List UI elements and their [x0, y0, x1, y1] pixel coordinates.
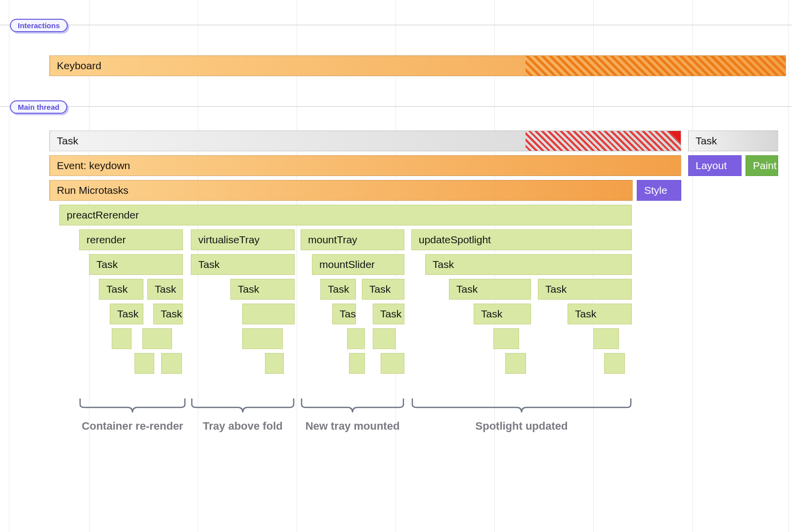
- main-thread-ruler: [0, 106, 792, 107]
- gridline: [692, 0, 693, 532]
- flame-bar[interactable]: [349, 353, 365, 374]
- flame-bar-label: Task: [456, 283, 478, 295]
- long-task-warning-icon: [669, 131, 681, 143]
- interaction-hatch: [526, 56, 786, 76]
- annotation-bracket: [191, 398, 295, 415]
- flame-bar[interactable]: Style: [637, 180, 681, 201]
- flame-bar-label: mountTray: [308, 234, 357, 246]
- flame-bar-label: virtualiseTray: [198, 234, 260, 246]
- flame-bar[interactable]: Task: [449, 279, 531, 300]
- flame-bar[interactable]: [161, 353, 182, 374]
- flame-bar[interactable]: Task: [362, 279, 404, 300]
- flame-bar-label: Task: [161, 308, 182, 320]
- flame-bar[interactable]: Task: [568, 304, 632, 324]
- annotation-label: Container re-render: [82, 420, 183, 433]
- interactions-ruler: [0, 25, 792, 25]
- flame-bar[interactable]: Task: [191, 254, 295, 275]
- flame-bar[interactable]: Task: [320, 279, 356, 300]
- flame-bar[interactable]: Task: [153, 304, 183, 324]
- flame-bar-label: Task: [696, 135, 717, 147]
- interactions-section-label: Interactions: [18, 21, 60, 30]
- interaction-bar-label: Keyboard: [57, 60, 101, 72]
- flame-bar-label: Task: [96, 259, 118, 270]
- flame-bar[interactable]: [593, 328, 619, 349]
- flame-bar-label: Task: [328, 283, 349, 295]
- annotation-bracket: [411, 398, 632, 415]
- flame-bar-label: Task: [57, 135, 78, 147]
- gridline: [9, 0, 9, 532]
- flame-bar-label: mountSlider: [319, 259, 375, 270]
- flame-bar[interactable]: Task: [332, 304, 356, 324]
- flame-bar-label: preactRerender: [67, 209, 139, 221]
- flame-bar[interactable]: Task: [373, 304, 404, 324]
- flame-bar-label: Task: [198, 259, 220, 270]
- flame-bar[interactable]: Task: [99, 279, 143, 300]
- gridline: [788, 0, 789, 532]
- annotation-label: Spotlight updated: [476, 420, 568, 433]
- main-thread-section-label: Main thread: [18, 103, 59, 111]
- flame-bar[interactable]: [604, 353, 625, 374]
- flame-bar[interactable]: Task: [89, 254, 183, 275]
- flame-bar[interactable]: Layout: [688, 155, 742, 176]
- flame-bar[interactable]: [242, 304, 295, 324]
- flame-bar-label: Run Microtasks: [57, 184, 129, 196]
- flame-bar[interactable]: [373, 328, 396, 349]
- flame-bar[interactable]: preactRerender: [59, 205, 632, 225]
- interaction-bar[interactable]: Keyboard: [49, 55, 786, 76]
- flame-bar-label: Task: [106, 283, 128, 295]
- flame-bar[interactable]: Task: [688, 131, 778, 151]
- flame-bar-label: Layout: [696, 160, 727, 172]
- flame-bar[interactable]: virtualiseTray: [191, 229, 295, 250]
- flame-bar[interactable]: [142, 328, 172, 349]
- flame-bar-label: Paint: [753, 160, 777, 172]
- annotation-bracket: [79, 398, 186, 415]
- interactions-section-pill: Interactions: [10, 19, 68, 32]
- flame-bar-label: Task: [575, 308, 596, 320]
- flame-bar-label: updateSpotlight: [419, 234, 491, 246]
- flame-bar[interactable]: Task: [49, 131, 681, 151]
- flame-bar[interactable]: [381, 353, 404, 374]
- flame-bar-label: Task: [238, 283, 259, 295]
- flame-bar[interactable]: [242, 328, 283, 349]
- flame-bar-label: Task: [380, 308, 401, 320]
- flame-bar[interactable]: [347, 328, 365, 349]
- flame-bar-label: Task: [433, 259, 454, 270]
- flame-bar-label: Task: [369, 283, 391, 295]
- flame-bar[interactable]: mountTray: [301, 229, 404, 250]
- flame-bar[interactable]: [112, 328, 132, 349]
- flame-bar[interactable]: [134, 353, 154, 374]
- gridline: [297, 0, 297, 532]
- flame-bar[interactable]: Task: [538, 279, 632, 300]
- flame-bar[interactable]: mountSlider: [312, 254, 404, 275]
- flame-bar-label: Event: keydown: [57, 160, 130, 172]
- flame-bar[interactable]: Run Microtasks: [49, 180, 633, 201]
- flame-bar[interactable]: [265, 353, 284, 374]
- flame-bar-label: rerender: [87, 234, 126, 246]
- flame-bar-label: Task: [481, 308, 502, 320]
- flame-bar[interactable]: [505, 353, 526, 374]
- flame-bar[interactable]: Paint: [746, 155, 778, 176]
- annotation-label: Tray above fold: [203, 420, 282, 433]
- task-overrun-hatch: [526, 131, 681, 151]
- flame-bar[interactable]: Task: [230, 279, 295, 300]
- flame-bar-label: Task: [545, 283, 567, 295]
- flame-bar[interactable]: Task: [425, 254, 632, 275]
- flame-bar-label: Task: [155, 283, 176, 295]
- flame-bar[interactable]: Task: [110, 304, 143, 324]
- flame-bar[interactable]: Task: [474, 304, 531, 324]
- flame-bar-label: Style: [644, 184, 667, 196]
- flame-bar[interactable]: [493, 328, 519, 349]
- flame-bar-label: Task: [117, 308, 138, 320]
- flame-bar[interactable]: Event: keydown: [49, 155, 681, 176]
- annotation-label: New tray mounted: [306, 420, 400, 433]
- annotation-bracket: [301, 398, 404, 415]
- main-thread-section-pill: Main thread: [10, 100, 67, 114]
- flame-bar[interactable]: rerender: [79, 229, 183, 250]
- flame-bar-label: Task: [340, 308, 356, 320]
- flame-bar[interactable]: Task: [147, 279, 183, 300]
- flame-bar[interactable]: updateSpotlight: [411, 229, 632, 250]
